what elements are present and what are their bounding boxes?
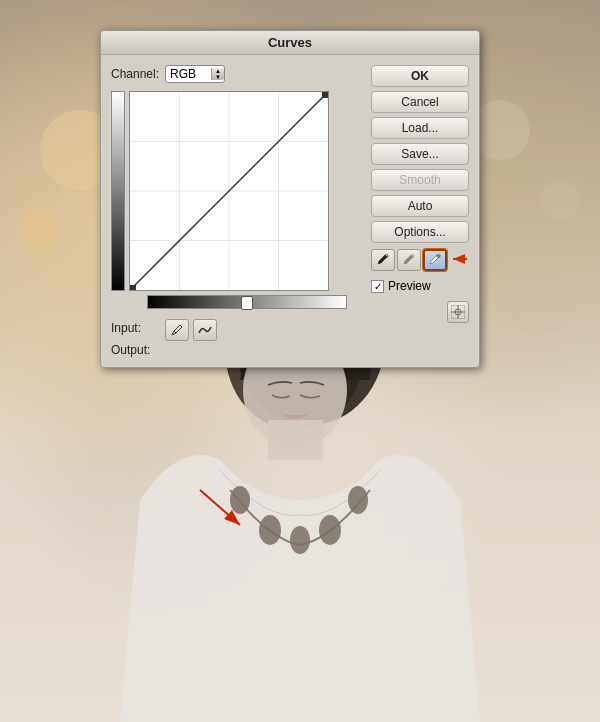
channel-row: Channel: RGB ▲ ▼: [111, 65, 363, 83]
preview-label: Preview: [388, 279, 431, 293]
arrow-annotation: [449, 251, 469, 270]
black-eyedropper-button[interactable]: [371, 249, 395, 271]
gradient-slider[interactable]: [241, 296, 253, 310]
target-icon: [451, 305, 465, 319]
curves-grid[interactable]: [129, 91, 329, 291]
gray-eyedropper-button[interactable]: [397, 249, 421, 271]
target-icon-row: [371, 301, 469, 323]
auto-button[interactable]: Auto: [371, 195, 469, 217]
target-icon-button[interactable]: [447, 301, 469, 323]
dialog-right-panel: OK Cancel Load... Save... Smooth Auto Op…: [371, 65, 469, 357]
curves-dialog: Curves Channel: RGB ▲ ▼: [100, 30, 480, 368]
gray-eyedropper-icon: [402, 253, 416, 267]
pencil-icon: [170, 323, 184, 337]
svg-line-28: [174, 331, 176, 333]
pencil-tool-button[interactable]: [165, 319, 189, 341]
curves-svg: [130, 92, 328, 290]
gradient-bar-container: [129, 295, 363, 309]
options-button[interactable]: Options...: [371, 221, 469, 243]
dialog-title: Curves: [101, 31, 479, 55]
annotation-arrow-icon: [449, 251, 469, 267]
smooth-icon: [198, 323, 212, 337]
output-label: Output:: [111, 343, 159, 357]
white-eyedropper-icon: [428, 253, 442, 267]
preview-row: ✓ Preview: [371, 279, 469, 293]
svg-rect-27: [322, 92, 328, 98]
input-label: Input:: [111, 321, 159, 335]
load-button[interactable]: Load...: [371, 117, 469, 139]
channel-select[interactable]: RGB ▲ ▼: [165, 65, 225, 83]
white-eyedropper-button[interactable]: [423, 249, 447, 271]
gradient-bar-vertical: [111, 91, 125, 291]
preview-checkbox[interactable]: ✓: [371, 280, 384, 293]
save-button[interactable]: Save...: [371, 143, 469, 165]
gradient-bar-horizontal: [147, 295, 347, 309]
channel-label: Channel:: [111, 67, 159, 81]
cancel-button[interactable]: Cancel: [371, 91, 469, 113]
ok-button[interactable]: OK: [371, 65, 469, 87]
smooth-tool-button[interactable]: [193, 319, 217, 341]
channel-select-value: RGB: [170, 67, 207, 81]
output-row: Output:: [111, 343, 363, 357]
black-eyedropper-icon: [376, 253, 390, 267]
input-row: Input:: [111, 315, 363, 341]
dialog-left-panel: Channel: RGB ▲ ▼: [111, 65, 363, 357]
tools-row: [165, 319, 217, 341]
channel-select-arrow: ▲ ▼: [211, 68, 224, 80]
svg-rect-26: [130, 285, 136, 290]
smooth-button[interactable]: Smooth: [371, 169, 469, 191]
curves-canvas-wrapper: [111, 91, 363, 291]
eyedropper-tools-row: [371, 249, 469, 271]
